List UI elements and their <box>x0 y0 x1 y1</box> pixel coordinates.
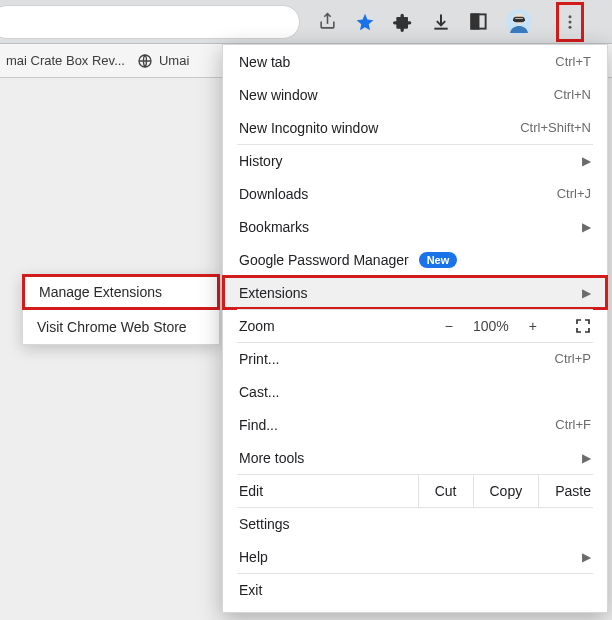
new-badge: New <box>419 252 458 268</box>
menu-item-bookmarks[interactable]: Bookmarks ▶ <box>223 210 607 243</box>
menu-item-label: New window <box>239 87 554 103</box>
menu-item-label: Edit <box>239 483 418 499</box>
menu-item-new-incognito[interactable]: New Incognito window Ctrl+Shift+N <box>223 111 607 144</box>
menu-item-find[interactable]: Find... Ctrl+F <box>223 408 607 441</box>
submenu-arrow-icon: ▶ <box>582 451 591 465</box>
menu-item-help[interactable]: Help ▶ <box>223 540 607 573</box>
menu-item-settings[interactable]: Settings <box>223 507 607 540</box>
svg-point-5 <box>569 15 572 18</box>
edit-cut-button[interactable]: Cut <box>418 474 473 507</box>
browser-toolbar <box>0 0 612 44</box>
menu-item-zoom: Zoom − 100% + <box>223 309 607 342</box>
address-bar[interactable] <box>0 5 300 39</box>
bookmark-star-icon[interactable] <box>355 12 375 32</box>
submenu-arrow-icon: ▶ <box>582 154 591 168</box>
submenu-arrow-icon: ▶ <box>582 220 591 234</box>
menu-item-label: Bookmarks <box>239 219 582 235</box>
menu-item-shortcut: Ctrl+F <box>555 417 591 432</box>
menu-item-label: Help <box>239 549 582 565</box>
zoom-in-button[interactable]: + <box>529 318 537 334</box>
menu-item-label: Settings <box>239 516 591 532</box>
menu-item-shortcut: Ctrl+J <box>557 186 591 201</box>
extensions-submenu: Manage Extensions Visit Chrome Web Store <box>22 274 220 345</box>
menu-item-label: Cast... <box>239 384 591 400</box>
submenu-item-manage-extensions[interactable]: Manage Extensions <box>22 274 220 310</box>
page-content: Manage Extensions Visit Chrome Web Store… <box>0 78 612 620</box>
svg-point-6 <box>569 20 572 23</box>
menu-item-label: Zoom <box>239 318 445 334</box>
menu-item-label: New tab <box>239 54 555 70</box>
globe-icon <box>137 53 153 69</box>
overflow-menu: New tab Ctrl+T New window Ctrl+N New Inc… <box>222 44 608 613</box>
svg-rect-1 <box>471 14 478 28</box>
download-icon[interactable] <box>431 12 451 32</box>
menu-item-label: More tools <box>239 450 582 466</box>
overflow-menu-highlight <box>556 2 584 42</box>
menu-item-shortcut: Ctrl+Shift+N <box>520 120 591 135</box>
menu-item-shortcut: Ctrl+N <box>554 87 591 102</box>
submenu-item-chrome-web-store[interactable]: Visit Chrome Web Store <box>23 310 219 344</box>
menu-item-label: Downloads <box>239 186 557 202</box>
submenu-arrow-icon: ▶ <box>582 550 591 564</box>
menu-item-more-tools[interactable]: More tools ▶ <box>223 441 607 474</box>
menu-item-label: Extensions <box>239 285 582 301</box>
zoom-out-button[interactable]: − <box>445 318 453 334</box>
menu-item-edit: Edit Cut Copy Paste <box>223 474 607 507</box>
menu-item-password-manager[interactable]: Google Password Manager New <box>223 243 607 276</box>
menu-item-label: Google Password Manager <box>239 252 409 268</box>
edit-paste-button[interactable]: Paste <box>538 474 607 507</box>
menu-item-extensions[interactable]: Extensions ▶ <box>223 276 607 309</box>
profile-avatar-icon[interactable] <box>506 9 532 35</box>
menu-item-new-window[interactable]: New window Ctrl+N <box>223 78 607 111</box>
menu-item-label: Exit <box>239 582 591 598</box>
toolbar-icons <box>300 2 584 42</box>
menu-item-label: Find... <box>239 417 555 433</box>
menu-item-label: History <box>239 153 582 169</box>
menu-item-label: New Incognito window <box>239 120 520 136</box>
share-icon[interactable] <box>318 12 337 31</box>
reading-list-icon[interactable] <box>469 12 488 31</box>
menu-item-cast[interactable]: Cast... <box>223 375 607 408</box>
extensions-puzzle-icon[interactable] <box>393 12 413 32</box>
menu-item-exit[interactable]: Exit <box>223 573 607 606</box>
svg-point-7 <box>569 25 572 28</box>
submenu-item-label: Manage Extensions <box>39 284 162 300</box>
bookmark-item[interactable]: Umai <box>137 53 189 69</box>
menu-item-shortcut: Ctrl+T <box>555 54 591 69</box>
menu-item-new-tab[interactable]: New tab Ctrl+T <box>223 45 607 78</box>
menu-item-shortcut: Ctrl+P <box>555 351 591 366</box>
fullscreen-icon[interactable] <box>575 318 591 334</box>
menu-item-label: Print... <box>239 351 555 367</box>
zoom-value: 100% <box>473 318 509 334</box>
submenu-arrow-icon: ▶ <box>582 286 591 300</box>
submenu-item-label: Visit Chrome Web Store <box>37 319 187 335</box>
menu-item-print[interactable]: Print... Ctrl+P <box>223 342 607 375</box>
menu-item-downloads[interactable]: Downloads Ctrl+J <box>223 177 607 210</box>
edit-copy-button[interactable]: Copy <box>473 474 539 507</box>
menu-item-history[interactable]: History ▶ <box>223 144 607 177</box>
bookmark-label: Umai <box>159 53 189 68</box>
bookmark-item[interactable]: mai Crate Box Rev... <box>6 53 125 68</box>
bookmark-label: mai Crate Box Rev... <box>6 53 125 68</box>
kebab-menu-icon[interactable] <box>561 13 579 31</box>
